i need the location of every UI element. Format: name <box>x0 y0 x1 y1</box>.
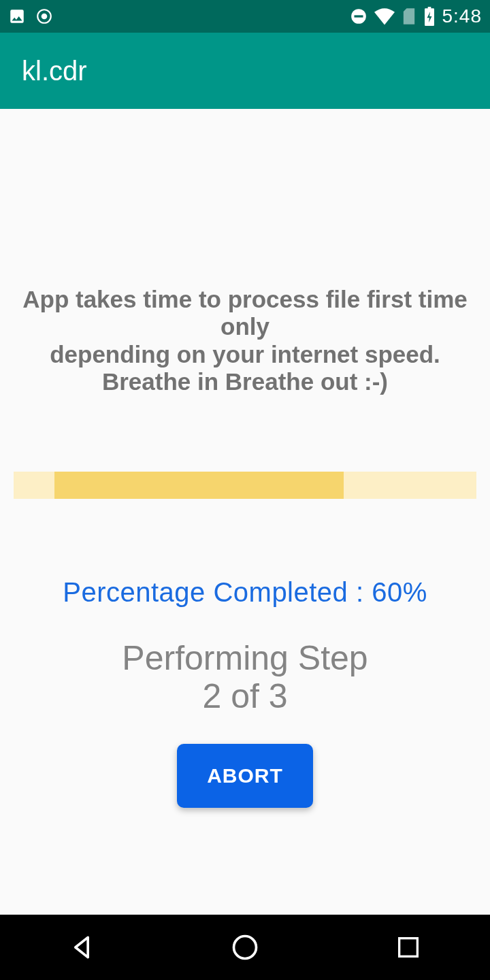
svg-point-1 <box>42 14 48 20</box>
recent-icon <box>395 934 422 961</box>
no-sim-icon <box>402 7 416 26</box>
battery-charging-icon <box>423 7 436 26</box>
progress-bar <box>14 472 476 499</box>
nav-back-button[interactable] <box>61 927 102 968</box>
dnd-icon <box>350 7 368 25</box>
status-bar: 5:48 <box>0 0 490 33</box>
nav-recent-button[interactable] <box>388 927 429 968</box>
svg-point-6 <box>234 936 257 959</box>
status-time: 5:48 <box>442 5 483 27</box>
wifi-icon <box>374 7 395 25</box>
nav-home-button[interactable] <box>225 927 265 968</box>
percentage-completed-label: Percentage Completed : 60% <box>14 577 476 608</box>
step-line-2: 2 of 3 <box>14 677 476 715</box>
app-bar: kl.cdr <box>0 33 490 109</box>
back-icon <box>67 932 97 962</box>
step-text: Performing Step 2 of 3 <box>14 639 476 715</box>
svg-rect-5 <box>427 7 431 10</box>
main-content: App takes time to process file first tim… <box>0 109 490 915</box>
status-left-icons <box>8 7 53 25</box>
info-text: App takes time to process file first tim… <box>14 286 476 395</box>
info-line-2: depending on your internet speed. <box>14 341 476 368</box>
svg-rect-7 <box>399 938 418 957</box>
progress-fill <box>54 472 344 499</box>
app-title: kl.cdr <box>22 56 87 86</box>
info-line-3: Breathe in Breathe out :-) <box>14 368 476 395</box>
circle-icon <box>35 7 53 25</box>
svg-rect-3 <box>354 15 363 17</box>
step-line-1: Performing Step <box>14 639 476 677</box>
info-line-1: App takes time to process file first tim… <box>14 286 476 341</box>
abort-button-container: ABORT <box>14 744 476 808</box>
status-right-icons: 5:48 <box>350 5 483 27</box>
navigation-bar <box>0 915 490 980</box>
abort-button[interactable]: ABORT <box>177 744 313 808</box>
photo-icon <box>8 7 26 25</box>
home-icon <box>230 932 260 962</box>
